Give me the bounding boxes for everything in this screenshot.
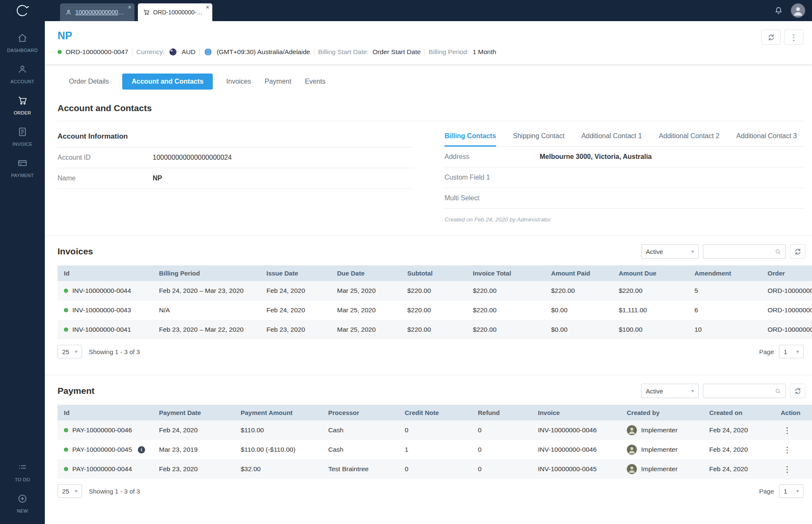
payment-refresh-button[interactable] — [790, 384, 805, 398]
tab-payment[interactable]: Payment — [265, 78, 291, 85]
header-actions: ⋮ — [761, 30, 804, 45]
amount-due-cell: $100.00 — [612, 320, 688, 339]
section-title: Account and Contacts — [58, 103, 805, 121]
column-header[interactable]: Due Date — [331, 265, 401, 281]
payment-row[interactable]: PAY-10000000-0046 Feb 24, 2020 $110.00 C… — [58, 420, 812, 440]
row-actions-button[interactable]: ⋮ — [781, 465, 794, 474]
sidebar-item-order[interactable]: ORDER — [0, 90, 45, 121]
sidebar-item-todo[interactable]: TO DO — [0, 456, 45, 488]
tab-account-and-contacts[interactable]: Account and Contacts — [122, 74, 213, 90]
invoices-refresh-button[interactable] — [790, 244, 805, 259]
column-header[interactable]: Subtotal — [401, 265, 466, 281]
user-avatar[interactable] — [791, 3, 805, 18]
chevron-down-icon: ▾ — [75, 488, 77, 494]
column-header[interactable]: Invoice — [532, 405, 620, 420]
payment-page-size-select[interactable]: 25 ▾ — [58, 484, 82, 498]
invoice-id: INV-10000000-0044 — [72, 287, 131, 295]
tab-billing-contacts[interactable]: Billing Contacts — [444, 132, 496, 147]
column-header[interactable]: Created on — [703, 405, 774, 420]
search-icon — [774, 388, 782, 395]
column-header[interactable]: Id — [58, 405, 153, 420]
tab-additional-contact-2[interactable]: Additional Contact 2 — [659, 132, 719, 146]
column-header[interactable]: Payment Amount — [234, 405, 322, 420]
invoices-search — [703, 244, 786, 259]
tab-additional-contact-1[interactable]: Additional Contact 1 — [582, 132, 642, 146]
column-header[interactable]: Issue Date — [260, 265, 331, 281]
account-information-title: Account Information — [58, 132, 412, 147]
invoices-page-size-select[interactable]: 25 ▾ — [58, 345, 82, 358]
field-value: NP — [153, 175, 162, 182]
payment-amount-cell: $32.00 — [234, 459, 322, 479]
processor-cell: Cash — [322, 420, 398, 440]
order-meta-row: ORD-10000000-0047 Currency: AUD (GMT+09:… — [58, 47, 496, 57]
sidebar-item-payment[interactable]: PAYMENT — [0, 152, 45, 183]
bell-icon[interactable] — [774, 6, 783, 15]
invoice-row[interactable]: INV-10000000-0041 Feb 23, 2020 – Mar 22,… — [58, 320, 812, 339]
sidebar-item-label: INVOICE — [12, 142, 32, 147]
order-cell: ORD-10000000- — [761, 320, 812, 339]
payment-search-input[interactable] — [707, 387, 774, 395]
column-header[interactable]: Amendment — [688, 265, 761, 281]
invoices-page-select[interactable]: 1 ▾ — [779, 345, 804, 358]
tab-invoices[interactable]: Invoices — [226, 78, 251, 85]
refresh-button[interactable] — [761, 30, 781, 45]
tab-order-details[interactable]: Order Details — [69, 78, 109, 85]
status-dot — [64, 448, 68, 452]
payment-row[interactable]: PAY-10000000-0044 Feb 23, 2020 $32.00 Te… — [58, 459, 812, 479]
column-header[interactable]: Invoice Total — [466, 265, 545, 281]
sidebar-item-new[interactable]: NEW — [0, 488, 45, 519]
row-actions-button[interactable]: ⋮ — [781, 445, 794, 454]
close-icon[interactable]: × — [206, 4, 209, 10]
close-icon[interactable]: × — [128, 4, 132, 10]
column-header[interactable]: Order — [761, 265, 812, 281]
page-selector: Page 1 ▾ — [759, 484, 804, 498]
column-header[interactable]: Action — [774, 405, 812, 420]
tab-events[interactable]: Events — [305, 78, 326, 85]
column-header[interactable]: Refund — [472, 405, 532, 420]
payment-table: Id Payment Date Payment Amount Processor… — [58, 405, 812, 479]
credit-note-cell: 0 — [398, 459, 472, 479]
sidebar-item-account[interactable]: ACCOUNT — [0, 58, 45, 90]
invoices-status-filter[interactable]: Active ▾ — [641, 244, 699, 259]
status-dot — [64, 289, 68, 293]
issue-date-cell: Feb 23, 2020 — [260, 320, 331, 339]
column-header[interactable]: Processor — [322, 405, 398, 420]
column-header[interactable]: Created by — [620, 405, 703, 420]
payment-page-select[interactable]: 1 ▾ — [779, 484, 804, 498]
tab-shipping-contact[interactable]: Shipping Contact — [513, 132, 565, 146]
row-actions-button[interactable]: ⋮ — [781, 426, 794, 435]
amount-due-cell: $220.00 — [612, 281, 688, 300]
tab-order-entity[interactable]: ORD-10000000-0047 × — [138, 3, 212, 21]
more-menu-button[interactable]: ⋮ — [784, 30, 804, 45]
info-icon[interactable]: i — [138, 446, 145, 453]
column-header[interactable]: Credit Note — [398, 405, 472, 420]
topbar: 1000000000000000... × ORD-10000000-0047 … — [45, 0, 812, 21]
chevron-down-icon: ▾ — [691, 248, 694, 254]
refund-cell: 0 — [472, 459, 532, 479]
sidebar-item-label: ORDER — [14, 110, 31, 115]
column-header[interactable]: Payment Date — [153, 405, 234, 420]
invoice-row[interactable]: INV-10000000-0044 Feb 24, 2020 – Mar 23,… — [58, 281, 812, 300]
app-logo[interactable] — [0, 0, 45, 21]
invoices-search-input[interactable] — [707, 248, 774, 255]
timezone-value: (GMT+09:30) Australia/Adelaide — [217, 48, 310, 56]
invoice-row[interactable]: INV-10000000-0043 N/A Feb 24, 2020 Mar 2… — [58, 300, 812, 320]
sidebar-item-invoice[interactable]: INVOICE — [0, 121, 45, 152]
tab-additional-contact-3[interactable]: Additional Contact 3 — [736, 132, 797, 146]
created-on-cell: Feb 24, 2020 — [703, 459, 774, 479]
sidebar-item-dashboard[interactable]: DASHBOARD — [0, 27, 45, 58]
payment-row[interactable]: PAY-10000000-0045i Mar 23, 2019 $110.00 … — [58, 440, 812, 459]
content: NP ORD-10000000-0047 Currency: AUD — [45, 21, 812, 524]
payment-status-filter[interactable]: Active ▾ — [641, 384, 699, 398]
subtotal-cell: $220.00 — [401, 320, 466, 339]
tab-account-entity[interactable]: 1000000000000000... × — [60, 3, 134, 21]
invoices-pagination: 25 ▾ Showing 1 - 3 of 3 Page 1 ▾ — [45, 339, 812, 364]
issue-date-cell: Feb 24, 2020 — [260, 300, 331, 320]
column-header[interactable]: Amount Due — [612, 265, 688, 281]
column-header[interactable]: Billing Period — [153, 265, 260, 281]
column-header[interactable]: Amount Paid — [545, 265, 612, 281]
column-header[interactable]: Id — [58, 265, 153, 281]
invoice-id: INV-10000000-0043 — [72, 306, 131, 314]
cart-icon — [17, 96, 27, 107]
refresh-icon — [794, 248, 802, 256]
